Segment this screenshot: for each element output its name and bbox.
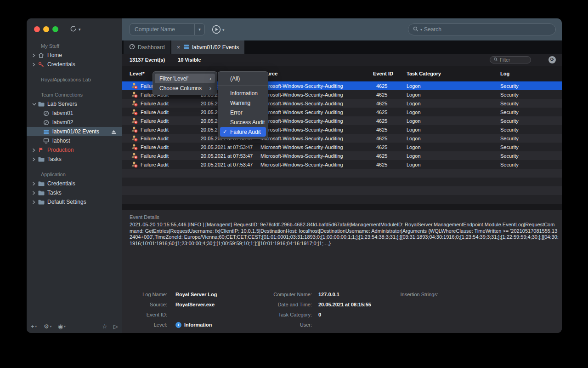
- event-row[interactable]: Failure Audit20.05.2021 at 07:53:47Micro…: [122, 134, 562, 143]
- sidebar-item-label: Production: [47, 147, 74, 153]
- source-cell: Microsoft-Windows-Security-Auditing: [260, 153, 373, 159]
- sidebar-item-labvm01-02-events[interactable]: labvm01/02 Events: [27, 127, 122, 136]
- minimize-window-button[interactable]: [43, 26, 49, 32]
- source-cell: Microsoft-Windows-Security-Auditing: [260, 92, 373, 98]
- computer-name-combobox[interactable]: Computer Name ▾: [130, 23, 205, 35]
- chevron-down-icon: ▾: [50, 323, 52, 330]
- add-button[interactable]: +▾: [31, 323, 37, 330]
- royal-tsx-window: ▾ My StuffHomeCredentialsRoyalApplicatio…: [27, 18, 562, 333]
- sidebar: ▾ My StuffHomeCredentialsRoyalApplicatio…: [27, 18, 122, 333]
- sidebar-section-team-connections: Team Connections: [27, 90, 122, 99]
- chevron-down-icon[interactable]: ▾: [194, 24, 204, 35]
- event-row[interactable]: Failure Audit20.05.2021 at 07:53:47Micro…: [122, 160, 562, 169]
- event-row[interactable]: Failure Audit20.05.2021 at 07:53:47Micro…: [122, 151, 562, 160]
- column-header-source[interactable]: Source: [260, 71, 373, 76]
- event-id-cell: 4625: [373, 136, 407, 141]
- window-titlebar: ▾: [27, 18, 122, 40]
- chevron-down-icon[interactable]: [32, 103, 37, 106]
- detail-field-source: Source:RoyalServer.exe: [130, 299, 217, 310]
- fields-column-3: Insertion Strings:: [379, 289, 445, 299]
- pane-divider[interactable]: [122, 204, 562, 210]
- eject-icon[interactable]: [111, 129, 116, 136]
- sidebar-item-default-settings[interactable]: Default Settings: [27, 197, 122, 207]
- column-header-event-id[interactable]: Event ID: [373, 71, 407, 76]
- sidebar-item-labhost[interactable]: labhost: [27, 136, 122, 145]
- event-row[interactable]: Failure Audit20.05.2021 at 07:53:47Micro…: [122, 143, 562, 151]
- sidebar-item-label: Home: [47, 52, 62, 58]
- menu-item-information[interactable]: Information: [220, 88, 266, 98]
- search-icon: [493, 57, 498, 63]
- event-row[interactable]: Failure Audit20.05.2021 at 07:53:47Micro…: [122, 99, 562, 108]
- event-id-cell: 4625: [373, 162, 407, 167]
- settings-gear-button[interactable]: ⚙▾: [44, 323, 51, 330]
- date-cell: 20.05.2021 at 07:53:47: [201, 144, 260, 150]
- chevron-down-icon[interactable]: ▾: [222, 28, 225, 32]
- tab-label: Dashboard: [138, 44, 165, 51]
- profile-menu-button[interactable]: ◉▾: [58, 323, 66, 330]
- close-window-button[interactable]: [34, 26, 40, 32]
- menu-item-choose-columns[interactable]: Choose Columns›: [155, 83, 215, 93]
- chevron-right-icon[interactable]: [32, 63, 37, 67]
- sidebar-item-home[interactable]: Home: [27, 51, 122, 60]
- connect-button[interactable]: ▾: [212, 25, 225, 35]
- menu-item-error[interactable]: Error: [220, 108, 266, 117]
- failure-audit-icon: [131, 117, 138, 124]
- sidebar-item-labvm02[interactable]: labvm02: [27, 118, 122, 127]
- favorite-star-button[interactable]: ☆: [102, 323, 107, 330]
- sidebar-item-credentials[interactable]: Credentials: [27, 60, 122, 69]
- run-button[interactable]: ▷: [113, 323, 118, 330]
- chevron-right-icon[interactable]: [32, 53, 37, 58]
- filter-input[interactable]: Filter: [490, 56, 531, 63]
- search-icon: [413, 26, 418, 33]
- menu-item-label: Choose Columns: [159, 85, 202, 92]
- empty-row: [122, 195, 562, 204]
- zoom-window-button[interactable]: [52, 26, 58, 32]
- chevron-right-icon[interactable]: [32, 148, 37, 152]
- menu-item-warning[interactable]: Warning: [220, 98, 266, 108]
- menu-item-label: (All): [230, 75, 240, 82]
- document-menu-button[interactable]: ▾: [70, 25, 81, 33]
- source-cell: Microsoft-Windows-Security-Auditing: [260, 127, 373, 132]
- level-cell: Failure Audit: [122, 126, 201, 133]
- sidebar-item-production[interactable]: Production: [27, 145, 122, 155]
- field-value: 127.0.0.1: [318, 292, 339, 297]
- column-header-task-category[interactable]: Task Category: [407, 71, 500, 76]
- search-field[interactable]: ▾ Search: [408, 23, 556, 35]
- level-cell: Failure Audit: [122, 161, 201, 168]
- folder-icon: [38, 190, 45, 196]
- sidebar-item-labvm01[interactable]: labvm01: [27, 109, 122, 118]
- chevron-right-icon[interactable]: [32, 191, 37, 195]
- level-cell: Failure Audit: [122, 135, 201, 142]
- home-icon: [38, 52, 45, 58]
- host-icon: [43, 138, 50, 144]
- event-row[interactable]: Failure Audit20.05.2021 at 07:53:47Micro…: [122, 116, 562, 125]
- sidebar-item-tasks[interactable]: Tasks: [27, 188, 122, 197]
- menu-item-all[interactable]: (All): [220, 74, 266, 83]
- level-cell: Failure Audit: [122, 109, 201, 115]
- source-cell: Microsoft-Windows-Security-Auditing: [260, 83, 373, 89]
- chevron-right-icon[interactable]: [32, 157, 37, 161]
- menu-item-filter-level[interactable]: Filter 'Level'›: [155, 74, 215, 83]
- sidebar-footer: +▾ ⚙▾ ◉▾ ☆ ▷: [27, 319, 122, 333]
- tab-events[interactable]: × labvm01/02 Events: [171, 40, 245, 54]
- menu-item-failure-audit[interactable]: ✓Failure Audit: [220, 127, 266, 137]
- column-header-log[interactable]: Log: [500, 71, 562, 76]
- close-tab-icon[interactable]: ×: [177, 44, 181, 51]
- chevron-right-icon[interactable]: [32, 200, 37, 204]
- event-row[interactable]: Failure Audit20.05.2021 at 07:53:47Micro…: [122, 108, 562, 116]
- chevron-right-icon[interactable]: [32, 182, 37, 186]
- menu-item-label: Error: [230, 109, 243, 116]
- level-filter-submenu: (All)InformationWarningErrorSuccess Audi…: [218, 71, 268, 139]
- detail-field-event-id: Event ID:: [130, 310, 217, 320]
- menu-item-success-audit[interactable]: Success Audit: [220, 117, 266, 127]
- filter-placeholder: Filter: [500, 58, 510, 63]
- level-cell: Failure Audit: [122, 152, 201, 159]
- sidebar-item-lab-servers[interactable]: Lab Servers: [27, 99, 122, 109]
- event-row[interactable]: Failure Audit20.05.2021 at 07:53:47Micro…: [122, 125, 562, 134]
- tab-dashboard[interactable]: Dashboard: [124, 40, 170, 54]
- chevron-down-icon: ▾: [79, 27, 81, 32]
- sidebar-item-credentials[interactable]: Credentials: [27, 179, 122, 188]
- refresh-button[interactable]: ⟳: [548, 56, 556, 63]
- sidebar-item-tasks[interactable]: Tasks: [27, 155, 122, 164]
- folder-icon: [38, 102, 45, 107]
